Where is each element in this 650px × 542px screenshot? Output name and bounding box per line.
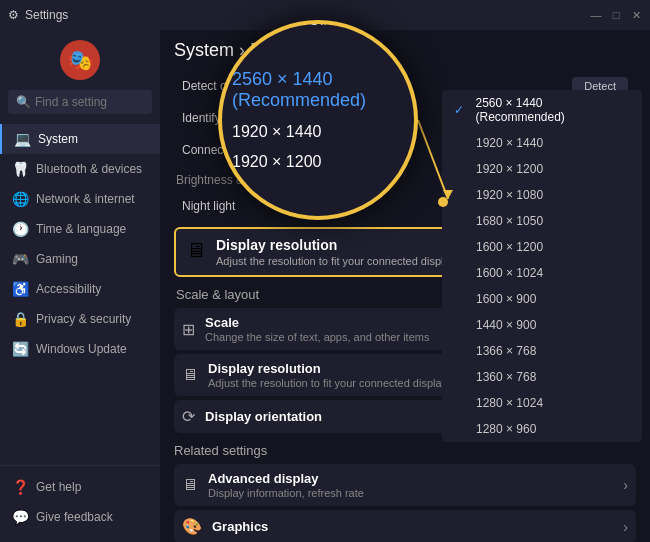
sidebar-item-gaming[interactable]: 🎮 Gaming [0, 244, 160, 274]
sidebar-item-label: Get help [36, 480, 81, 494]
graphics-title: Graphics [212, 519, 268, 534]
dropdown-option[interactable]: 1280 × 960 [442, 416, 642, 442]
sidebar-item-label: Bluetooth & devices [36, 162, 142, 176]
gaming-icon: 🎮 [12, 251, 28, 267]
search-bar[interactable]: 🔍 [8, 90, 152, 114]
display-resolution-item-icon: 🖥 [182, 366, 198, 384]
sidebar-item-get-help[interactable]: ❓ Get help [0, 472, 160, 502]
sidebar-item-label: Accessibility [36, 282, 101, 296]
dropdown-option[interactable]: 1600 × 1200 [442, 234, 642, 260]
scale-subtitle: Change the size of text, apps, and other… [205, 331, 429, 343]
sidebar-item-feedback[interactable]: 💬 Give feedback [0, 502, 160, 532]
dropdown-option[interactable]: 1600 × 1024 [442, 260, 642, 286]
search-input[interactable] [35, 95, 144, 109]
sidebar-item-system[interactable]: 💻 System [0, 124, 160, 154]
advanced-display-subtitle: Display information, refresh rate [208, 487, 364, 499]
system-icon: 💻 [14, 131, 30, 147]
accessibility-icon: ♿ [12, 281, 28, 297]
display-resolution-icon: 🖥 [186, 239, 206, 262]
zoom-option: 2560 × 1440 (Recommended) [222, 63, 414, 117]
maximize-button[interactable]: □ [610, 9, 622, 21]
feedback-icon: 💬 [12, 509, 28, 525]
advanced-display-title: Advanced display [208, 471, 364, 486]
sidebar-item-accessibility[interactable]: ♿ Accessibility [0, 274, 160, 304]
sidebar-item-label: Privacy & security [36, 312, 131, 326]
bluetooth-icon: 🦷 [12, 161, 28, 177]
privacy-icon: 🔒 [12, 311, 28, 327]
update-icon: 🔄 [12, 341, 28, 357]
display-resolution-item-subtitle: Adjust the resolution to fit your connec… [208, 377, 447, 389]
sidebar-item-privacy[interactable]: 🔒 Privacy & security [0, 304, 160, 334]
sidebar-item-windows-update[interactable]: 🔄 Windows Update [0, 334, 160, 364]
dropdown-option[interactable]: ✓2560 × 1440 (Recommended) [442, 90, 642, 130]
sidebar-item-network[interactable]: 🌐 Network & internet [0, 184, 160, 214]
zoom-option: 1920 × 1200 [222, 147, 414, 177]
zoom-option: 1920 × 1440 [222, 117, 414, 147]
connector-dot [438, 197, 448, 207]
dropdown-option[interactable]: 1920 × 1080 [442, 182, 642, 208]
sidebar-item-label: Network & internet [36, 192, 135, 206]
zoom-callout: Off 2560 × 1440 (Recommended)1920 × 1440… [218, 20, 418, 220]
dropdown-option[interactable]: 1280 × 1024 [442, 390, 642, 416]
display-resolution-subtitle: Adjust the resolution to fit your connec… [216, 255, 455, 267]
window-title: Settings [25, 8, 68, 22]
sidebar-item-label: Gaming [36, 252, 78, 266]
sidebar-item-label: System [38, 132, 78, 146]
orientation-icon: ⟳ [182, 407, 195, 426]
network-icon: 🌐 [12, 191, 28, 207]
related-settings-heading: Related settings [174, 443, 636, 458]
dropdown-option[interactable]: 1920 × 1200 [442, 156, 642, 182]
window-controls[interactable]: — □ ✕ [590, 9, 642, 21]
avatar: 🎭 [60, 40, 100, 80]
zoom-off-label: Off [309, 20, 327, 28]
resolution-dropdown[interactable]: ✓2560 × 1440 (Recommended)1920 × 1440192… [442, 90, 642, 442]
dropdown-option[interactable]: 1920 × 1440 [442, 130, 642, 156]
display-resolution-title: Display resolution [216, 237, 455, 253]
scale-title: Scale [205, 315, 429, 330]
graphics-icon: 🎨 [182, 517, 202, 536]
display-resolution-item-title: Display resolution [208, 361, 447, 376]
settings-icon: ⚙ [8, 8, 19, 22]
sidebar-item-label: Time & language [36, 222, 126, 236]
chevron-right-icon: › [623, 477, 628, 493]
dropdown-option[interactable]: 1680 × 1050 [442, 208, 642, 234]
sidebar-item-bluetooth[interactable]: 🦷 Bluetooth & devices [0, 154, 160, 184]
advanced-display-item[interactable]: 🖥 Advanced display Display information, … [174, 464, 636, 506]
sidebar-item-time[interactable]: 🕐 Time & language [0, 214, 160, 244]
sidebar-item-label: Give feedback [36, 510, 113, 524]
sidebar-item-label: Windows Update [36, 342, 127, 356]
time-icon: 🕐 [12, 221, 28, 237]
graphics-item[interactable]: 🎨 Graphics › [174, 510, 636, 542]
chevron-right-icon: › [623, 519, 628, 535]
advanced-display-icon: 🖥 [182, 476, 198, 494]
dropdown-option[interactable]: 1360 × 768 [442, 364, 642, 390]
dropdown-option[interactable]: 1440 × 900 [442, 312, 642, 338]
display-resolution-text: Display resolution Adjust the resolution… [216, 237, 455, 267]
display-orientation-title: Display orientation [205, 409, 322, 424]
search-icon: 🔍 [16, 95, 31, 109]
help-icon: ❓ [12, 479, 28, 495]
scale-icon: ⊞ [182, 320, 195, 339]
sidebar: 🎭 🔍 💻 System 🦷 Bluetooth & devices 🌐 Net… [0, 30, 160, 542]
minimize-button[interactable]: — [590, 9, 602, 21]
dropdown-option[interactable]: 1366 × 768 [442, 338, 642, 364]
close-button[interactable]: ✕ [630, 9, 642, 21]
dropdown-option[interactable]: 1600 × 900 [442, 286, 642, 312]
